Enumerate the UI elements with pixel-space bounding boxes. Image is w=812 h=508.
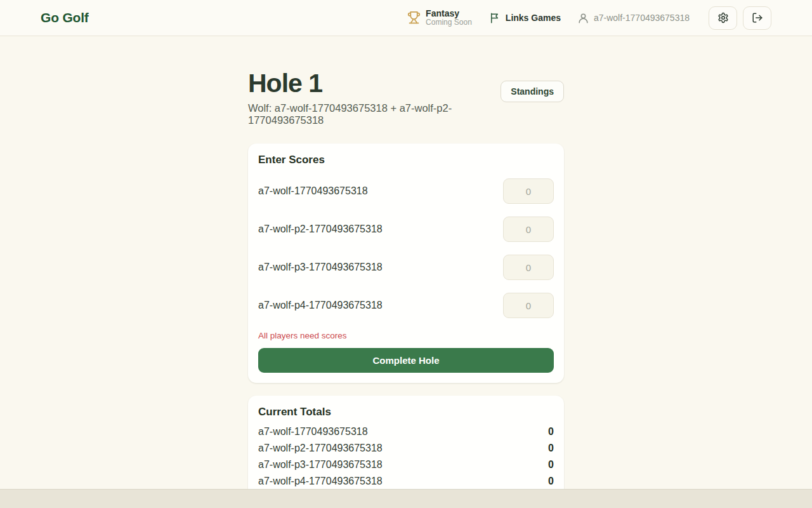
page-header: Hole 1 Wolf: a7-wolf-1770493675318 + a7-… xyxy=(248,69,564,126)
links-games-label: Links Games xyxy=(506,13,561,23)
fantasy-label: Fantasy xyxy=(426,8,472,18)
score-row: a7-wolf-1770493675318 xyxy=(258,178,554,204)
complete-hole-button[interactable]: Complete Hole xyxy=(258,348,554,373)
settings-button[interactable] xyxy=(709,6,737,30)
page-title: Hole 1 xyxy=(248,69,501,98)
total-player-name: a7-wolf-p3-1770493675318 xyxy=(258,459,383,471)
top-bar: Go Golf Fantasy Coming Soon xyxy=(0,0,812,36)
footer-strip xyxy=(0,489,812,508)
nav-item-fantasy[interactable]: Fantasy Coming Soon xyxy=(407,8,472,27)
player-name: a7-wolf-p3-1770493675318 xyxy=(258,262,383,273)
main-content: Hole 1 Wolf: a7-wolf-1770493675318 + a7-… xyxy=(0,36,812,489)
total-player-score: 0 xyxy=(548,426,554,438)
score-input-player-2[interactable] xyxy=(503,217,554,242)
current-totals-card: Current Totals a7-wolf-1770493675318 0 a… xyxy=(248,396,564,489)
user-name: a7-wolf-1770493675318 xyxy=(594,13,690,23)
total-row: a7-wolf-p2-1770493675318 0 xyxy=(258,440,554,457)
total-player-score: 0 xyxy=(548,476,554,487)
total-row: a7-wolf-p3-1770493675318 0 xyxy=(258,457,554,473)
flag-icon xyxy=(488,12,501,24)
score-input-player-4[interactable] xyxy=(503,293,554,318)
app-logo: Go Golf xyxy=(41,10,89,25)
total-row: a7-wolf-1770493675318 0 xyxy=(258,424,554,440)
standings-button[interactable]: Standings xyxy=(501,81,564,102)
score-row: a7-wolf-p3-1770493675318 xyxy=(258,255,554,280)
trophy-icon xyxy=(407,11,421,24)
user-icon xyxy=(577,12,589,24)
player-name: a7-wolf-p4-1770493675318 xyxy=(258,300,383,311)
current-totals-title: Current Totals xyxy=(258,406,554,418)
total-player-name: a7-wolf-p2-1770493675318 xyxy=(258,443,383,454)
logout-button[interactable] xyxy=(743,6,771,30)
user-indicator: a7-wolf-1770493675318 xyxy=(577,12,690,24)
enter-scores-card: Enter Scores a7-wolf-1770493675318 a7-wo… xyxy=(248,144,564,383)
validation-error: All players need scores xyxy=(258,331,554,340)
wolf-subtitle: Wolf: a7-wolf-1770493675318 + a7-wolf-p2… xyxy=(248,102,501,126)
header-nav: Fantasy Coming Soon Links Games a7-wolf-… xyxy=(407,6,771,30)
fantasy-sublabel: Coming Soon xyxy=(426,18,472,27)
score-row: a7-wolf-p4-1770493675318 xyxy=(258,293,554,318)
score-input-player-3[interactable] xyxy=(503,255,554,280)
total-player-score: 0 xyxy=(548,443,554,454)
header-actions xyxy=(709,6,771,30)
nav-item-links-games[interactable]: Links Games xyxy=(488,12,561,24)
enter-scores-title: Enter Scores xyxy=(258,154,554,166)
total-player-name: a7-wolf-p4-1770493675318 xyxy=(258,476,383,487)
total-player-name: a7-wolf-1770493675318 xyxy=(258,426,368,438)
player-name: a7-wolf-p2-1770493675318 xyxy=(258,224,383,235)
score-input-player-1[interactable] xyxy=(503,178,554,204)
logout-icon xyxy=(752,12,763,23)
player-name: a7-wolf-1770493675318 xyxy=(258,185,368,197)
score-row: a7-wolf-p2-1770493675318 xyxy=(258,217,554,242)
total-row: a7-wolf-p4-1770493675318 0 xyxy=(258,473,554,489)
total-player-score: 0 xyxy=(548,459,554,471)
gear-icon xyxy=(717,12,729,23)
